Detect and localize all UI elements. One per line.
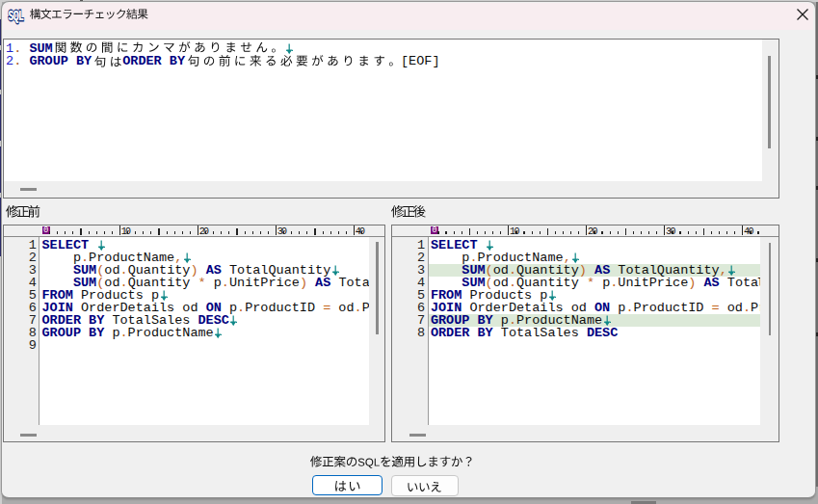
svg-text:SQL: SQL [9, 9, 24, 23]
